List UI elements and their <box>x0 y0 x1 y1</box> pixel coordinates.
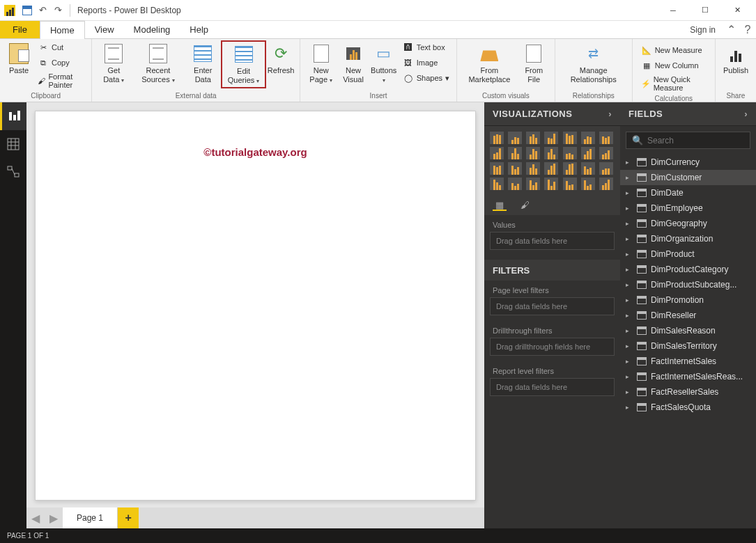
viz-type-27[interactable] <box>599 178 613 190</box>
page-filters-dropzone[interactable]: Drag data fields here <box>490 297 615 315</box>
save-button[interactable] <box>20 3 35 18</box>
fields-search[interactable]: 🔍 <box>626 132 750 149</box>
model-view-button[interactable] <box>0 158 26 186</box>
tab-modeling[interactable]: Modeling <box>124 21 180 38</box>
field-table-factresellersales[interactable]: ▸FactResellerSales <box>620 384 756 400</box>
report-canvas[interactable]: ©tutorialgateway.org <box>35 111 476 501</box>
new-visual-button[interactable]: New Visual <box>337 40 369 86</box>
viz-type-2[interactable] <box>526 132 540 144</box>
redo-button[interactable]: ↷ <box>50 3 65 18</box>
drillthrough-dropzone[interactable]: Drag drillthrough fields here <box>490 338 615 356</box>
viz-type-5[interactable] <box>581 132 595 144</box>
viz-type-0[interactable] <box>490 132 504 144</box>
sign-in-link[interactable]: Sign in <box>683 21 723 38</box>
minimize-button[interactable]: ─ <box>657 0 689 21</box>
new-column-button[interactable]: ▦New Column <box>638 58 711 72</box>
viz-type-25[interactable] <box>563 178 577 190</box>
new-measure-button[interactable]: 📐New Measure <box>638 43 711 57</box>
viz-type-19[interactable] <box>581 162 595 175</box>
maximize-button[interactable]: ☐ <box>689 0 721 21</box>
collapse-viz-icon[interactable]: › <box>608 109 612 119</box>
shapes-button[interactable]: ◯Shapes ▾ <box>400 71 452 85</box>
new-page-button[interactable]: New Page ▾ <box>304 40 337 87</box>
edit-queries-button[interactable]: Edit Queries ▾ <box>221 40 266 88</box>
text-box-button[interactable]: 🅰Text box <box>400 40 452 54</box>
page-next-button[interactable]: ▶ <box>45 507 63 528</box>
collapse-fields-icon[interactable]: › <box>744 109 748 119</box>
refresh-button[interactable]: ⟳Refresh <box>266 40 295 77</box>
from-marketplace-button[interactable]: From Marketplace <box>461 40 518 86</box>
expand-icon: ▸ <box>626 358 633 365</box>
field-table-dimcurrency[interactable]: ▸DimCurrency <box>620 155 756 170</box>
tab-view[interactable]: View <box>85 21 124 38</box>
close-button[interactable]: ✕ <box>721 0 753 21</box>
values-dropzone[interactable]: Drag data fields here <box>490 232 615 250</box>
viz-type-15[interactable] <box>508 162 522 175</box>
viz-type-13[interactable] <box>599 147 613 159</box>
viz-type-1[interactable] <box>508 132 522 144</box>
viz-type-26[interactable] <box>581 178 595 190</box>
viz-type-7[interactable] <box>490 147 504 159</box>
page-prev-button[interactable]: ◀ <box>26 507 45 528</box>
cut-button[interactable]: ✂Cut <box>35 40 87 54</box>
viz-type-9[interactable] <box>526 147 540 159</box>
viz-type-3[interactable] <box>544 132 558 144</box>
new-quick-measure-button[interactable]: ⚡New Quick Measure <box>638 74 711 93</box>
viz-type-20[interactable] <box>599 162 613 175</box>
report-filters-dropzone[interactable]: Drag data fields here <box>490 378 615 396</box>
viz-type-16[interactable] <box>526 162 540 175</box>
field-table-dimproductsubcateg[interactable]: ▸DimProductSubcateg... <box>620 277 756 292</box>
viz-type-22[interactable] <box>508 178 522 190</box>
field-table-dimemployee[interactable]: ▸DimEmployee <box>620 200 756 216</box>
field-table-dimpromotion[interactable]: ▸DimPromotion <box>620 292 756 308</box>
report-view-button[interactable] <box>0 102 26 130</box>
get-data-button[interactable]: Get Data ▾ <box>96 40 131 87</box>
viz-type-21[interactable] <box>490 178 504 190</box>
viz-type-18[interactable] <box>563 162 577 175</box>
tab-help[interactable]: Help <box>180 21 218 38</box>
buttons-button[interactable]: ▭Buttons▾ <box>369 40 399 87</box>
viz-type-17[interactable] <box>544 162 558 175</box>
viz-type-24[interactable] <box>544 178 558 190</box>
viz-type-12[interactable] <box>581 147 595 159</box>
enter-data-button[interactable]: Enter Data <box>185 40 221 86</box>
image-button[interactable]: 🖼Image <box>400 56 452 70</box>
field-table-dimsalesterritory[interactable]: ▸DimSalesTerritory <box>620 338 756 354</box>
copy-button[interactable]: ⧉Copy <box>35 56 87 70</box>
format-tab[interactable]: 🖌 <box>518 200 532 211</box>
viz-type-6[interactable] <box>599 132 613 144</box>
field-table-dimorganization[interactable]: ▸DimOrganization <box>620 231 756 246</box>
fields-tab[interactable]: ▦ <box>493 200 507 211</box>
recent-sources-button[interactable]: Recent Sources ▾ <box>131 40 185 87</box>
help-icon[interactable]: ? <box>739 21 756 38</box>
field-table-dimproduct[interactable]: ▸DimProduct <box>620 246 756 262</box>
viz-type-8[interactable] <box>508 147 522 159</box>
file-menu[interactable]: File <box>0 21 40 38</box>
viz-type-14[interactable] <box>490 162 504 175</box>
undo-button[interactable]: ↶ <box>35 3 50 18</box>
viz-type-11[interactable] <box>563 147 577 159</box>
search-input[interactable] <box>647 136 752 145</box>
manage-relationships-button[interactable]: ⇄Manage Relationships <box>560 40 628 86</box>
page-tab-1[interactable]: Page 1 <box>63 507 118 528</box>
field-table-dimgeography[interactable]: ▸DimGeography <box>620 216 756 231</box>
field-table-dimcustomer[interactable]: ▸DimCustomer <box>620 170 756 185</box>
from-file-button[interactable]: From File <box>518 40 550 86</box>
field-table-dimreseller[interactable]: ▸DimReseller <box>620 308 756 323</box>
tab-home[interactable]: Home <box>40 21 85 39</box>
viz-type-4[interactable] <box>563 132 577 144</box>
field-table-factsalesquota[interactable]: ▸FactSalesQuota <box>620 400 756 415</box>
paste-button[interactable]: Paste <box>4 40 33 77</box>
field-table-dimproductcategory[interactable]: ▸DimProductCategory <box>620 262 756 277</box>
add-page-button[interactable]: + <box>118 507 139 528</box>
viz-type-10[interactable] <box>544 147 558 159</box>
field-table-factinternetsales[interactable]: ▸FactInternetSales <box>620 354 756 369</box>
viz-type-23[interactable] <box>526 178 540 190</box>
field-table-dimdate[interactable]: ▸DimDate <box>620 185 756 200</box>
format-painter-button[interactable]: 🖌Format Painter <box>35 71 87 90</box>
field-table-dimsalesreason[interactable]: ▸DimSalesReason <box>620 323 756 338</box>
field-table-factinternetsalesreas[interactable]: ▸FactInternetSalesReas... <box>620 369 756 384</box>
publish-button[interactable]: Publish <box>720 40 752 77</box>
ribbon-collapse-caret[interactable]: ⌃ <box>723 21 739 38</box>
data-view-button[interactable] <box>0 130 26 158</box>
